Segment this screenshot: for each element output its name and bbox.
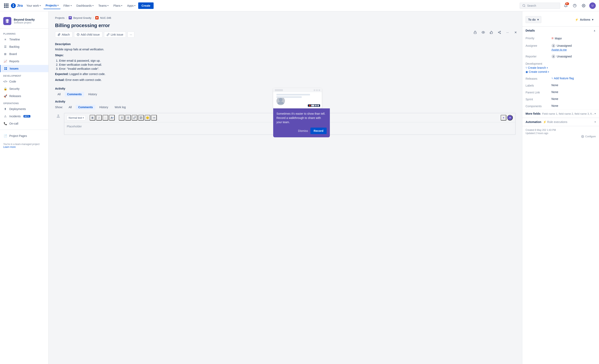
sidebar-item-board[interactable]: ⊞ Board — [0, 50, 48, 58]
user-avatar[interactable]: U — [589, 2, 596, 9]
commenter-avatar — [55, 113, 62, 119]
more-actions-icon[interactable]: ··· — [504, 29, 511, 35]
details-header[interactable]: Details ▲ — [522, 26, 599, 35]
sprint-row: Sprint None — [522, 96, 599, 103]
sidebar-project[interactable]: Beyond Gravity Software project — [0, 15, 48, 28]
italic-button[interactable]: I — [96, 115, 102, 121]
show-tab-worklog[interactable]: Work log — [112, 105, 128, 110]
show-tab-history[interactable]: History — [97, 105, 111, 110]
sidebar-item-project-pages[interactable]: 📄 Project Pages — [0, 132, 48, 139]
tab-comments[interactable]: Comments — [65, 92, 84, 97]
nav-teams[interactable]: Teams ▾ — [96, 2, 111, 9]
bold-button[interactable]: B — [90, 115, 95, 121]
ai-button[interactable]: ✦ — [501, 115, 506, 121]
show-tab-all[interactable]: All — [66, 105, 74, 110]
breadcrumb-issue-key[interactable]: NUC-346 — [100, 16, 111, 19]
share-icon[interactable] — [496, 29, 503, 35]
sidebar-item-timeline[interactable]: ≡ Timeline — [0, 36, 48, 43]
automation-row[interactable]: Automation ⚡ Rule executions ▾ — [522, 118, 599, 126]
settings-button[interactable] — [580, 2, 587, 9]
svg-rect-4 — [4, 67, 5, 68]
more-format-button[interactable]: ··· — [103, 115, 108, 121]
tooltip-actions: Dismiss Record — [276, 128, 327, 134]
numbered-list-button[interactable] — [125, 115, 131, 121]
tab-history[interactable]: History — [86, 92, 100, 97]
attach-button[interactable]: Attach — [55, 32, 72, 38]
backlog-icon: ☰ — [3, 45, 7, 49]
help-button[interactable] — [572, 2, 578, 9]
step-3: Error: "Invalid verification code". — [59, 67, 516, 70]
link-button[interactable] — [132, 115, 137, 121]
apps-grid-icon[interactable] — [3, 3, 9, 9]
labels-value: None — [551, 84, 596, 87]
actions-button[interactable]: ⚡ Actions ▾ — [573, 16, 596, 23]
nav-plans[interactable]: Plans ▾ — [111, 2, 124, 9]
sidebar-item-backlog[interactable]: ☰ Backlog — [0, 43, 48, 50]
nav-filter[interactable]: Filter ▾ — [61, 2, 73, 9]
nav-apps[interactable]: Apps ▾ — [125, 2, 137, 9]
footer-info: Created 8 May 202 1:43 PM Updated 2 hour… — [522, 126, 599, 138]
details-collapse-icon[interactable]: ▲ — [593, 29, 596, 32]
main-content-area: Projects / Beyond Gravity / NUC-346 — [49, 11, 522, 364]
automation-chevron: ▾ — [595, 121, 596, 123]
nav-your-work[interactable]: Your work ▾ — [24, 2, 43, 9]
sidebar-item-deployments[interactable]: ⬆ Deployments — [0, 105, 48, 113]
nav-dashboards[interactable]: Dashboards ▾ — [74, 2, 96, 9]
issue-title: Billing processing error — [55, 23, 516, 28]
link-issue-button[interactable]: Link issue — [104, 32, 126, 38]
more-toolbar-button[interactable]: ··· — [127, 32, 134, 38]
notifications-button[interactable]: 9+ — [563, 2, 569, 9]
ai-assist-button[interactable]: ✦ — [507, 115, 513, 121]
sidebar-item-incidents[interactable]: ⚠ Incidents BETA — [0, 113, 48, 120]
releases-icon: 🚀 — [3, 94, 7, 98]
breadcrumb-project[interactable]: Beyond Gravity — [73, 16, 91, 19]
reports-icon: 📈 — [3, 59, 7, 63]
breadcrumb-projects[interactable]: Projects — [55, 16, 65, 19]
sidebar-item-security[interactable]: 🔒 Security — [0, 85, 48, 92]
bullet-list-button[interactable] — [119, 115, 124, 121]
nav-projects[interactable]: Projects ▾ — [44, 2, 61, 9]
steps-heading: Steps: — [55, 53, 516, 57]
jira-logo[interactable]: Jira — [11, 3, 23, 8]
create-branch-link[interactable]: ⑂ Create branch ▾ — [526, 66, 549, 69]
sidebar-item-reports[interactable]: 📈 Reports — [0, 58, 48, 65]
configure-button[interactable]: Configure — [581, 135, 596, 138]
project-breadcrumb-icon — [69, 16, 72, 19]
watch-icon[interactable] — [480, 29, 486, 35]
close-icon[interactable] — [512, 29, 519, 35]
show-tab-comments[interactable]: Comments — [76, 105, 95, 110]
branch-icon: ⑂ — [526, 66, 527, 69]
add-feature-flag-link[interactable]: ⑂ Add feature flag — [551, 77, 574, 80]
search-box[interactable]: Search — [520, 3, 560, 9]
sidebar-item-oncall[interactable]: 📞 On-call — [0, 120, 48, 127]
image-button[interactable] — [138, 115, 144, 121]
sidebar-item-code[interactable]: </> Code — [0, 78, 48, 85]
insert-button[interactable]: +▾ — [151, 115, 157, 121]
learn-more-link[interactable]: Learn more — [3, 146, 16, 148]
create-commit-link[interactable]: ◉ Create commit ▾ — [526, 70, 549, 73]
more-fields-chevron: ▾ — [595, 112, 596, 115]
sidebar-item-releases[interactable]: 🚀 Releases — [0, 92, 48, 100]
thumbsup-icon[interactable] — [488, 29, 494, 35]
labels-row: Labels None — [522, 82, 599, 89]
create-button[interactable]: Create — [138, 2, 154, 9]
lock-icon[interactable] — [472, 29, 478, 35]
components-row: Components None — [522, 103, 599, 109]
svg-point-11 — [500, 31, 501, 32]
breadcrumb: Projects / Beyond Gravity / NUC-346 — [55, 16, 516, 19]
reporter-label: Reporter — [526, 54, 550, 58]
more-fields-row[interactable]: More fields Field name 1, field name 2, … — [522, 109, 599, 118]
sidebar-item-issues[interactable]: Issues — [0, 65, 48, 72]
tab-all[interactable]: All — [55, 92, 63, 97]
text-color-button[interactable]: A▾ — [109, 115, 115, 121]
add-child-issue-button[interactable]: Add child issue — [74, 32, 102, 38]
beta-badge: BETA — [24, 115, 30, 118]
emoji-button[interactable]: 🙂 — [145, 115, 150, 121]
assign-to-me-link[interactable]: Assign to me — [551, 48, 572, 51]
format-select[interactable]: Normal text ▾ — [67, 115, 86, 120]
tooltip-record-button[interactable]: Record — [310, 128, 327, 134]
tooltip-dismiss-button[interactable]: Dismiss — [298, 128, 308, 134]
svg-point-34 — [553, 45, 554, 46]
details-section: Details ▲ Priority ≡ Major Assignee — [522, 26, 599, 109]
status-button[interactable]: To do ▾ — [526, 16, 541, 23]
